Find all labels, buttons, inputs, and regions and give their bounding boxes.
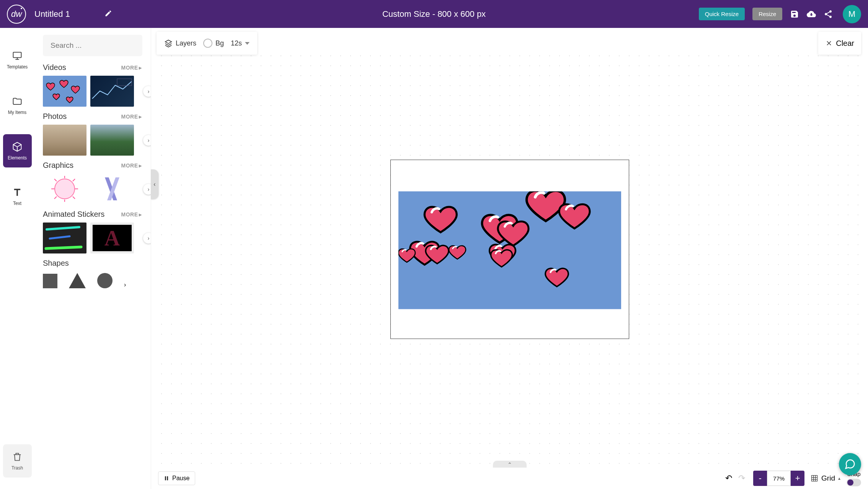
thumb-chart-video[interactable]	[90, 76, 134, 107]
scroll-right-icon[interactable]: ›	[143, 233, 151, 244]
neon-mini	[43, 223, 86, 253]
svg-rect-8	[812, 476, 817, 481]
search-input[interactable]	[43, 35, 142, 56]
chevron-down-icon	[245, 42, 250, 45]
timeline-expand-handle[interactable]	[493, 461, 527, 468]
snap-toggle[interactable]	[847, 479, 861, 486]
quick-resize-button[interactable]: Quick Resize	[699, 8, 745, 20]
section-title: Shapes	[43, 259, 69, 268]
app-header: dw Untitled 1 Custom Size - 800 x 600 px…	[0, 0, 868, 28]
logo[interactable]: dw	[7, 5, 26, 24]
scroll-right-icon[interactable]: ›	[143, 86, 151, 97]
svg-line-5	[46, 247, 81, 249]
nav-rail: Templates My Items Elements Text Trash	[0, 28, 34, 489]
scroll-right-icon[interactable]: ›	[143, 135, 151, 146]
share-icon[interactable]	[824, 10, 833, 19]
zoom-in-button[interactable]: +	[791, 471, 804, 486]
zoom-value[interactable]: 77%	[767, 471, 791, 486]
bottom-bar: Pause ↶ ↷ - 77% + Grid ▴ Snap	[151, 468, 868, 489]
thumb-x-graphic[interactable]	[90, 174, 134, 205]
section-videos: VideosMORE ▸ ›	[43, 63, 147, 107]
text-icon	[12, 187, 23, 198]
shape-circle[interactable]	[97, 273, 113, 288]
nav-label: Trash	[11, 465, 23, 471]
pause-icon	[164, 476, 169, 481]
thumb-hearts-video[interactable]	[43, 76, 86, 107]
undo-redo-group: ↶ ↷	[723, 473, 747, 484]
thumb-ribbon-graphic[interactable]	[43, 174, 86, 205]
grid-icon	[811, 474, 818, 482]
nav-my-items[interactable]: My Items	[3, 89, 32, 122]
nav-label: My Items	[8, 110, 27, 115]
document-title[interactable]: Untitled 1	[34, 9, 70, 19]
resize-button[interactable]: Resize	[752, 8, 782, 20]
nav-text[interactable]: Text	[3, 180, 32, 213]
more-link[interactable]: MORE ▸	[121, 211, 142, 218]
grid-toggle[interactable]: Grid ▴	[811, 474, 840, 483]
scroll-right-icon[interactable]: ›	[124, 281, 126, 288]
section-stickers: Animated StickersMORE ▸ A ›	[43, 210, 147, 253]
section-title: Videos	[43, 63, 66, 72]
svg-line-4	[50, 236, 70, 239]
background-picker[interactable]: Bg	[203, 39, 224, 48]
user-avatar[interactable]: M	[843, 5, 861, 23]
chevron-up-icon: ▴	[838, 476, 840, 481]
duration-dropdown[interactable]: 12s	[231, 39, 250, 47]
header-actions: Quick Resize Resize M	[699, 5, 861, 23]
svg-point-2	[55, 179, 75, 199]
close-icon	[825, 39, 833, 47]
pencil-icon[interactable]	[104, 10, 112, 19]
more-link[interactable]: MORE ▸	[121, 114, 142, 120]
thumb-hands-photo[interactable]	[43, 125, 86, 156]
shape-square[interactable]	[43, 274, 57, 288]
placed-video-hearts[interactable]	[398, 191, 621, 309]
logo-text: dw	[11, 9, 22, 19]
pause-button[interactable]: Pause	[158, 471, 195, 485]
redo-button[interactable]: ↷	[736, 473, 747, 484]
canvas-area: ‹ Layers Bg 12s Clear	[151, 28, 868, 489]
monitor-icon	[12, 50, 23, 61]
svg-rect-0	[13, 52, 21, 57]
section-photos: PhotosMORE ▸ ›	[43, 112, 147, 156]
section-graphics: GraphicsMORE ▸ ›	[43, 161, 147, 205]
chat-fab[interactable]	[839, 453, 861, 475]
layers-button[interactable]: Layers	[164, 39, 196, 47]
undo-button[interactable]: ↶	[723, 473, 734, 484]
nav-templates[interactable]: Templates	[3, 43, 32, 76]
zoom-controls: - 77% +	[753, 471, 804, 486]
elements-panel: VideosMORE ▸ ›	[34, 28, 151, 489]
nav-label: Templates	[7, 64, 28, 70]
cube-icon	[12, 141, 23, 152]
canvas-size-label[interactable]: Custom Size - 800 x 600 px	[382, 9, 486, 19]
svg-rect-6	[165, 476, 166, 481]
thumb-stadium-photo[interactable]	[90, 125, 134, 156]
hearts-render	[398, 191, 621, 309]
canvas-toolbar: Layers Bg 12s	[157, 32, 257, 55]
x-ribbon-mini	[90, 174, 134, 205]
clear-button[interactable]: Clear	[818, 32, 861, 55]
nav-label: Text	[13, 201, 21, 206]
thumb-letter-sticker[interactable]: A	[90, 223, 134, 253]
section-title: Graphics	[43, 161, 73, 170]
svg-rect-1	[117, 79, 132, 86]
scroll-right-icon[interactable]: ›	[143, 184, 151, 195]
ribbon-mini	[43, 174, 86, 205]
chat-icon	[844, 458, 856, 470]
svg-rect-7	[167, 476, 168, 481]
bg-color-swatch	[203, 39, 212, 48]
save-icon[interactable]	[790, 10, 799, 19]
artboard[interactable]	[390, 159, 629, 339]
nav-trash-wrap: Trash	[3, 444, 32, 478]
more-link[interactable]: MORE ▸	[121, 162, 142, 169]
shape-triangle[interactable]	[69, 273, 86, 288]
thumb-neon-sticker[interactable]	[43, 223, 86, 253]
zoom-out-button[interactable]: -	[753, 471, 767, 486]
nav-elements[interactable]: Elements	[3, 134, 32, 167]
svg-line-3	[47, 227, 79, 229]
section-shapes: Shapes ›	[43, 259, 147, 288]
cloud-download-icon[interactable]	[807, 10, 816, 19]
nav-label: Elements	[8, 155, 27, 161]
layers-icon	[164, 39, 173, 47]
nav-trash[interactable]: Trash	[3, 444, 32, 478]
more-link[interactable]: MORE ▸	[121, 65, 142, 71]
